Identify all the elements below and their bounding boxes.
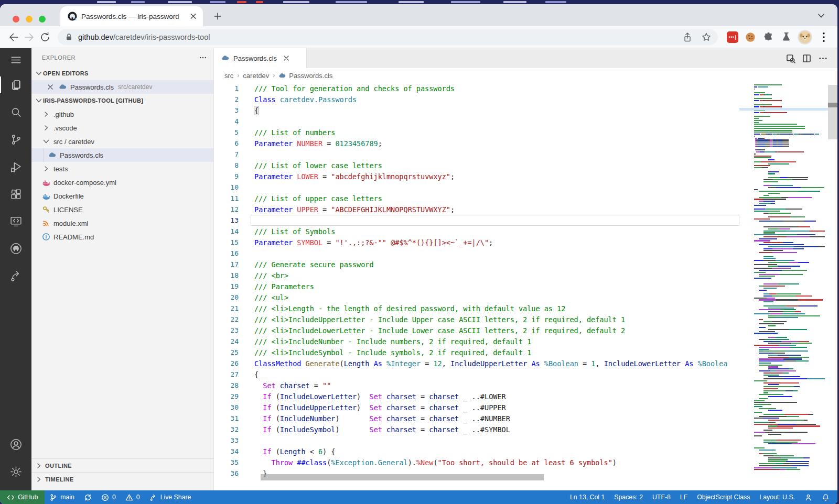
line-number[interactable]: 16 [214,249,239,257]
line-number[interactable]: 14 [214,227,239,235]
line-number[interactable]: 23 [214,326,239,334]
minimize-window-button[interactable] [26,16,33,23]
vertical-scrollbar-thumb[interactable] [828,85,837,139]
line-number[interactable]: 18 [214,271,239,279]
line-number[interactable]: 19 [214,282,239,290]
line-number[interactable]: 17 [214,260,239,268]
code-line-26[interactable]: 26ClassMethod Generate(Length As %Intege… [214,358,739,369]
browser-tab[interactable]: Passwords.cls — iris-password [60,6,203,26]
code-line-10[interactable]: 10 [214,182,739,193]
horizontal-scrollbar-thumb[interactable] [261,474,544,480]
activity-bar-item-live-share[interactable] [0,262,31,289]
status-item-indentation[interactable]: Spaces: 2 [609,490,648,504]
line-number[interactable]: 28 [214,381,239,389]
code-line-29[interactable]: 29 If (IncludeLowerLetter) Set charset =… [214,391,739,402]
puzzle-extensions-icon[interactable] [762,31,775,43]
tree-folder-src-caretdev[interactable]: src / caretdev [31,135,213,148]
line-number[interactable]: 32 [214,425,239,433]
activity-bar-item-remote-explorer[interactable] [0,207,31,235]
code-line-24[interactable]: 24/// <li>IncludeNumber - Include number… [214,336,739,347]
status-item-notifications[interactable] [817,490,834,504]
tree-file-module.xml[interactable]: module.xml [31,216,213,230]
line-number[interactable]: 3 [214,106,239,114]
activity-bar-item-search[interactable] [0,98,31,126]
explorer-more-actions-icon[interactable] [199,53,207,62]
address-bar[interactable]: github.dev/caretdev/iris-passwords-tool [58,29,718,45]
line-number[interactable]: 9 [214,172,239,180]
status-item-sync[interactable] [79,490,96,504]
line-number[interactable]: 11 [214,194,239,202]
minimap[interactable] [739,83,828,490]
status-item-branch[interactable]: main [45,490,79,504]
line-number[interactable]: 36 [214,469,239,477]
code-line-27[interactable]: 27{ [214,369,739,380]
line-number[interactable]: 25 [214,348,239,356]
line-number[interactable]: 33 [214,436,239,444]
line-number[interactable]: 13 [214,216,239,224]
back-button[interactable] [7,31,20,43]
share-icon[interactable] [682,32,693,42]
line-number[interactable]: 10 [214,183,239,191]
code-line-17[interactable]: 17/// Generate secure password [214,259,739,270]
code-line-15[interactable]: 15Parameter SYMBOL = "!'.,:;?&-"" @#$%^*… [214,237,739,248]
status-item-remote-indicator[interactable]: GitHub [0,490,45,504]
tree-file-docker-compose.yml[interactable]: docker-compose.yml [31,176,213,189]
forward-button[interactable] [23,31,36,43]
code-line-21[interactable]: 21/// <li>Length - the length of desired… [214,303,739,314]
activity-bar-item-extensions[interactable] [0,180,31,207]
code-line-34[interactable]: 34 If (Length < 6) { [214,446,739,457]
tree-folder--vscode[interactable]: .vscode [31,121,213,135]
status-item-language-mode[interactable]: ObjectScript Class [692,490,755,504]
tab-search-chevron-icon[interactable] [816,11,826,20]
status-item-cursor-position[interactable]: Ln 13, Col 1 [565,490,609,504]
code-line-3[interactable]: 3{ [214,105,739,116]
code-line-13[interactable]: 13 [214,215,739,226]
line-number[interactable]: 15 [214,238,239,246]
breadcrumb-item-passwords.cls[interactable]: Passwords.cls [289,72,332,80]
code-line-22[interactable]: 22/// <li>IncludeUpperLetter - Include U… [214,314,739,325]
new-tab-button[interactable] [211,9,224,23]
close-window-button[interactable] [13,16,19,23]
close-tab-icon[interactable] [189,12,198,21]
activity-bar-item-settings[interactable] [0,458,31,485]
reload-button[interactable] [39,31,51,43]
activity-bar-item-account[interactable] [0,431,31,458]
code-line-5[interactable]: 5/// List of numbers [214,127,739,138]
code-line-11[interactable]: 11/// List of upper case letters [214,193,739,204]
status-item-keyboard-layout[interactable]: Layout: U.S. [755,490,800,504]
outline-section-header[interactable]: OUTLINE [31,458,213,472]
code-line-19[interactable]: 19/// Parameters [214,281,739,292]
more-actions-ellipsis-icon[interactable] [818,53,828,63]
open-editor-item-passwords-cls[interactable]: Passwords.clssrc/caretdev [31,80,213,94]
code-line-28[interactable]: 28 Set charset = "" [214,380,739,391]
code-line-31[interactable]: 31 If (IncludeNumber) Set charset = char… [214,413,739,424]
status-item-warnings[interactable]: 0 [121,490,145,504]
editor-tab-passwords-cls[interactable]: Passwords.cls [214,48,307,68]
line-number[interactable]: 2 [214,95,239,103]
code-line-30[interactable]: 30 If (IncludeUpperLetter) Set charset =… [214,402,739,413]
vertical-scrollbar[interactable] [828,83,837,490]
line-number[interactable]: 31 [214,414,239,422]
code-line-23[interactable]: 23/// <li>IncludeLowerLetter - Include L… [214,325,739,336]
code-line-9[interactable]: 9Parameter LOWER = "abcdefghijklmnopqrst… [214,171,739,182]
line-number[interactable]: 12 [214,205,239,213]
bookmark-star-icon[interactable] [701,32,712,42]
section-header-open-editors[interactable]: OPEN EDITORS [31,67,213,80]
code-line-18[interactable]: 18/// <br> [214,270,739,281]
lock-icon[interactable] [65,33,73,41]
status-item-live-share[interactable]: Live Share [145,490,196,504]
flask-icon[interactable] [780,31,792,43]
code-line-8[interactable]: 8/// List of lower case letters [214,160,739,171]
activity-bar-item-source-control[interactable] [0,126,31,153]
password-manager-extension-icon[interactable]: •••| [726,31,739,43]
code-line-16[interactable]: 16 [214,248,739,259]
tree-file-license[interactable]: LICENSE [31,203,213,216]
split-editor-icon[interactable] [802,53,812,63]
line-number[interactable]: 4 [214,117,239,125]
activity-bar-item-github[interactable] [0,235,31,262]
code-line-32[interactable]: 32 If (IncludeSymbol) Set charset = char… [214,424,739,435]
activity-bar-item-run-debug[interactable] [0,153,31,180]
line-number[interactable]: 35 [214,458,239,466]
tree-file-readme.md[interactable]: README.md [31,230,213,244]
code-line-35[interactable]: 35 Throw ##class(%Exception.General).%Ne… [214,457,739,468]
